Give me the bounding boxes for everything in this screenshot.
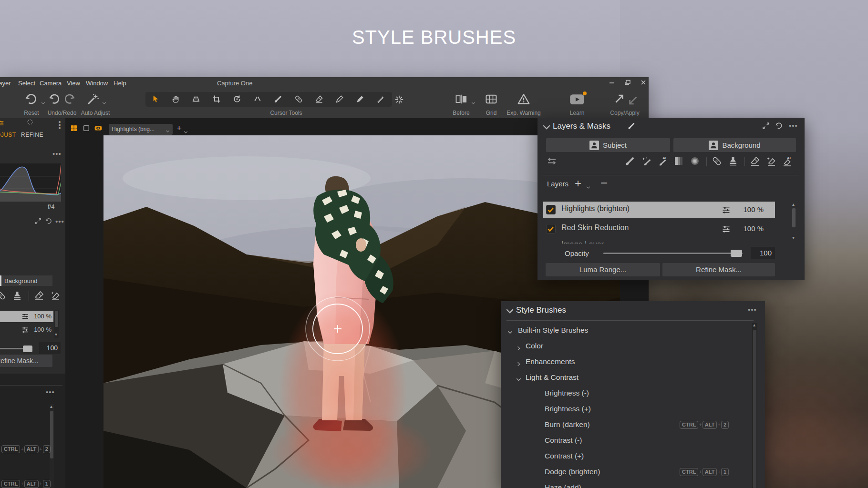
brush-tool[interactable] xyxy=(273,94,288,104)
single-view-icon[interactable] xyxy=(83,124,91,133)
scroll-down-icon[interactable]: ▾ xyxy=(55,332,57,337)
menu-item-layer[interactable]: Layer xyxy=(0,80,11,87)
copy-arrow-icon[interactable] xyxy=(613,92,626,105)
add-layer-button[interactable]: + xyxy=(575,177,581,190)
tree-item-enhancements[interactable]: Enhancements xyxy=(501,354,749,369)
tree-item-brightness[interactable]: Brightness (-) xyxy=(501,385,749,401)
learn-button[interactable] xyxy=(569,92,585,106)
panel-undo-icon[interactable] xyxy=(45,217,52,227)
rotate-tool[interactable] xyxy=(232,94,247,104)
opacity-value-field[interactable]: 100 xyxy=(751,247,775,259)
sidebar-opacity-track[interactable] xyxy=(0,348,24,349)
apply-arrow-icon[interactable] xyxy=(627,94,639,107)
layers-scrollbar[interactable]: ▴ ▾ xyxy=(791,202,796,243)
chevron-down-icon[interactable] xyxy=(184,127,188,131)
auto-adjust-button[interactable] xyxy=(86,92,100,106)
cursor-tool[interactable] xyxy=(150,94,165,104)
sidebar-refine-mask-button[interactable]: Refine Mask... xyxy=(0,355,52,367)
tab-adjust[interactable]: ADJUST xyxy=(0,132,16,138)
scroll-up-icon[interactable]: ▴ xyxy=(753,322,755,327)
sidebar-layer-row[interactable]: 100 % xyxy=(0,324,53,336)
heal-mask-tool[interactable] xyxy=(711,155,723,168)
lower-panel-menu-icon[interactable]: ••• xyxy=(46,390,55,395)
close-button[interactable] xyxy=(638,79,649,88)
tree-item-burn-darken[interactable]: Burn (darken)CTRL+ALT+2 xyxy=(501,417,749,432)
radial-mask-tool[interactable] xyxy=(689,155,702,168)
remove-layer-button[interactable]: − xyxy=(600,176,608,191)
panel-undo-icon[interactable] xyxy=(775,122,783,132)
layer-adjustments-icon[interactable] xyxy=(721,224,731,234)
scroll-down-icon[interactable]: ▾ xyxy=(792,235,795,240)
tree-item-contrast[interactable]: Contrast (+) xyxy=(501,448,749,464)
panel-menu-icon[interactable]: ••• xyxy=(748,307,757,312)
brushes-scrollbar[interactable]: ▴ xyxy=(752,323,757,488)
viewer-layer-dropdown[interactable]: Highlights (brig... xyxy=(109,124,173,135)
chevron-right-icon[interactable] xyxy=(516,359,521,364)
tab-refine[interactable]: REFINE xyxy=(21,132,43,138)
panel-menu-icon[interactable]: ••• xyxy=(55,219,64,224)
gradient-mask-tool[interactable] xyxy=(673,155,685,168)
proof-eye-icon[interactable] xyxy=(94,124,104,133)
collapse-chevron-icon[interactable] xyxy=(506,307,514,317)
layer-visibility-checkbox[interactable] xyxy=(546,224,556,234)
add-layer-button[interactable]: + xyxy=(176,123,182,133)
tree-item-dodge-brighten[interactable]: Dodge (brighten)CTRL+ALT+1 xyxy=(501,464,749,479)
more-tabs-icon[interactable]: ••• xyxy=(57,121,62,130)
layer-row[interactable]: Red Skin Reduction100 % xyxy=(543,221,775,235)
luma-range-button[interactable]: Luma Range... xyxy=(546,263,660,276)
expand-panel-icon[interactable] xyxy=(762,122,770,132)
sidebar-layer-row[interactable]: 100 % xyxy=(0,311,53,322)
grid-view-icon[interactable] xyxy=(70,124,79,133)
sparkle-eraser-mask-tool[interactable] xyxy=(765,155,778,168)
chevron-down-icon[interactable] xyxy=(102,98,106,102)
scroll-up-icon[interactable]: ▴ xyxy=(792,202,795,207)
tree-item-brightness[interactable]: Brightness (+) xyxy=(501,401,749,417)
tree-item-light-contrast[interactable]: Light & Contrast xyxy=(501,369,749,385)
fill-pen-tool[interactable] xyxy=(355,94,370,104)
chevron-down-icon[interactable] xyxy=(471,98,475,102)
expand-panel-icon[interactable] xyxy=(34,217,42,227)
straighten-tool[interactable] xyxy=(253,94,267,104)
menu-item-select[interactable]: Select xyxy=(18,80,35,87)
stamp-mask-tool[interactable] xyxy=(727,155,740,168)
keystone-tool[interactable] xyxy=(191,94,206,104)
chevron-down-icon[interactable] xyxy=(41,98,45,102)
minimize-button[interactable] xyxy=(607,79,617,88)
opacity-slider-track[interactable] xyxy=(603,253,743,254)
layer-adjustments-icon[interactable] xyxy=(21,312,30,321)
menu-item-camera[interactable]: Camera xyxy=(40,80,62,87)
burst-icon[interactable] xyxy=(394,94,404,105)
sidebar-opacity-value[interactable]: 100 xyxy=(39,342,61,354)
chevron-down-icon[interactable] xyxy=(507,328,513,332)
layer-visibility-checkbox[interactable] xyxy=(546,205,556,214)
refine-dashed-circle-icon[interactable] xyxy=(26,118,39,131)
chevron-right-icon[interactable] xyxy=(516,344,521,348)
eraser-tool[interactable] xyxy=(314,94,329,104)
chevron-down-icon[interactable] xyxy=(516,375,521,379)
eraser-mask-tool[interactable] xyxy=(33,290,46,302)
sidebar-layers-scrollbar[interactable]: ▾ xyxy=(54,310,59,338)
menu-item-view[interactable]: View xyxy=(67,80,80,87)
crop-tool[interactable] xyxy=(212,94,226,104)
brush-mask-tool[interactable] xyxy=(624,155,637,168)
histogram-menu-icon[interactable]: ••• xyxy=(52,152,62,156)
grid-button[interactable] xyxy=(485,92,498,106)
background-mask-button[interactable]: Background xyxy=(673,138,796,152)
heal-mask-tool[interactable] xyxy=(0,290,8,302)
layer-row[interactable]: Image Layer xyxy=(543,237,775,244)
subject-mask-button[interactable]: Subject xyxy=(546,138,670,152)
scroll-up-icon[interactable]: ▴ xyxy=(50,404,52,409)
restore-button[interactable] xyxy=(622,79,633,88)
menu-item-window[interactable]: Window xyxy=(86,80,108,87)
panel-menu-icon[interactable]: ••• xyxy=(789,123,798,128)
eraser-mask-tool[interactable] xyxy=(749,155,762,168)
exposure-warning-button[interactable] xyxy=(517,92,531,106)
heal-tool[interactable] xyxy=(294,94,308,104)
sparkle-eraser-mask-tool[interactable] xyxy=(50,290,62,302)
hand-tool[interactable] xyxy=(171,94,185,104)
refine-mask-button[interactable]: Refine Mask... xyxy=(662,263,775,276)
layer-adjustments-icon[interactable] xyxy=(21,325,30,334)
adjust-sliders-icon[interactable] xyxy=(0,119,10,132)
tree-item-color[interactable]: Color xyxy=(501,338,749,354)
reset-button[interactable] xyxy=(24,92,38,106)
